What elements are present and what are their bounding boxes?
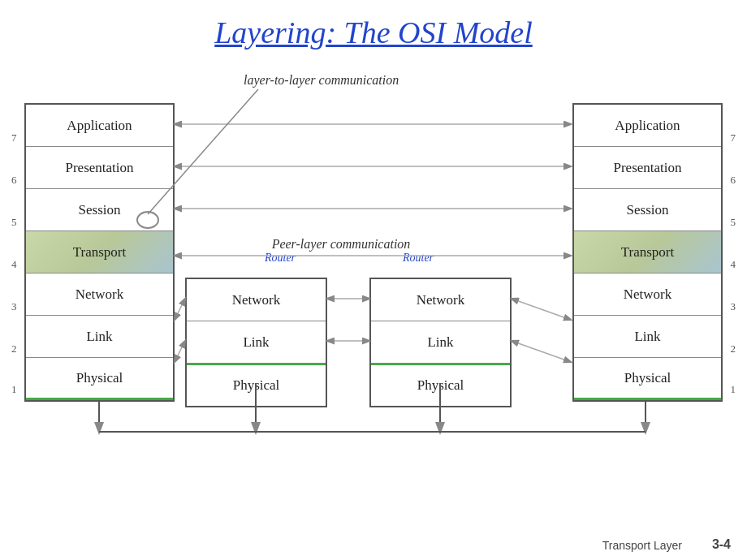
router1-stack: Network Link Physical (185, 278, 327, 407)
layer-session-right: Session 5 (574, 189, 721, 231)
layer-physical-left: 1 Physical (26, 358, 173, 400)
footer-label: Transport Layer (602, 539, 682, 552)
footer-slide: 3-4 (712, 537, 731, 552)
layer-application-right: Application 7 (574, 105, 721, 147)
right-stack: Application 7 Presentation 6 Session 5 T… (572, 103, 723, 402)
page-title: Layering: The OSI Model (0, 0, 747, 58)
layer-network-left: 3 Network (26, 274, 173, 316)
router1-physical: Physical (187, 364, 326, 406)
layer-link-left: 2 Link (26, 316, 173, 358)
layer-to-layer-label: layer-to-layer communication (244, 73, 399, 88)
layer-physical-right: Physical 1 (574, 358, 721, 400)
layer-transport-left: 4 Transport (26, 231, 173, 274)
router1-label: Router (265, 252, 296, 265)
router-labels: Router Router (211, 252, 487, 265)
svg-line-4 (175, 299, 185, 320)
layer-network-right: Network 3 (574, 274, 721, 316)
router1-network: Network (187, 279, 326, 321)
router2-network: Network (371, 279, 510, 321)
svg-line-6 (512, 299, 571, 320)
layer-presentation-left: 6 Presentation (26, 147, 173, 189)
layer-application-left: 7 Application (26, 105, 173, 147)
svg-line-7 (175, 341, 185, 362)
layer-presentation-right: Presentation 6 (574, 147, 721, 189)
left-stack: 7 Application 6 Presentation 5 Session 4… (24, 103, 175, 402)
router2-physical: Physical (371, 364, 510, 406)
oval-indicator (136, 211, 159, 229)
peer-layer-label: Peer-layer communication (219, 237, 463, 252)
layer-transport-right: Transport 4 (574, 231, 721, 274)
router2-label: Router (403, 252, 434, 265)
router1-link: Link (187, 321, 326, 364)
layer-link-right: Link 2 (574, 316, 721, 358)
diagram-area: layer-to-layer communication 7 Applicati… (0, 58, 747, 529)
router2-stack: Network Link Physical (369, 278, 512, 407)
router2-link: Link (371, 321, 510, 364)
svg-line-9 (512, 341, 571, 362)
